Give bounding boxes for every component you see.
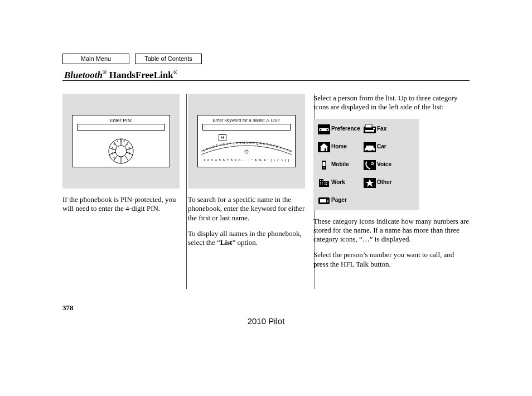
svg-text:8: 8 <box>129 147 130 150</box>
main-menu-button[interactable]: Main Menu <box>62 54 129 64</box>
svg-point-68 <box>323 167 325 168</box>
svg-text:S: S <box>263 142 265 146</box>
svg-text:I: I <box>230 142 230 145</box>
svg-rect-56 <box>365 130 374 132</box>
svg-line-6 <box>125 156 128 161</box>
svg-rect-87 <box>327 201 328 202</box>
home-icon <box>318 142 330 152</box>
search-input[interactable]: - <box>202 124 291 131</box>
car-icon <box>364 142 376 152</box>
svg-text:B: B <box>206 147 208 151</box>
svg-text:F: F <box>219 143 221 147</box>
svg-text:M: M <box>243 141 245 144</box>
pin-input[interactable]: - <box>77 124 165 131</box>
categories-note-2: Select the person’s number you want to c… <box>313 250 470 269</box>
svg-text:4: 4 <box>117 139 119 143</box>
mobile-icon <box>318 160 330 170</box>
svg-text:E: E <box>216 144 218 147</box>
svg-text:9: 9 <box>129 152 130 155</box>
svg-text:A: A <box>202 149 205 152</box>
top-nav: Main Menu Table of Contents <box>62 54 202 64</box>
svg-rect-76 <box>320 183 321 185</box>
svg-text:7: 7 <box>127 142 129 146</box>
pin-dial-icon: 4 5 6 7 8 9 3 2 1 0 <box>72 136 170 165</box>
list-option-bold: List <box>220 238 233 247</box>
keyboard-arc-icon: ABC DEF GHI JKL MNO PQR STU VWX YZ↩ <box>200 138 293 156</box>
svg-rect-77 <box>322 183 323 185</box>
svg-text:J: J <box>233 142 235 145</box>
category-label: Other <box>377 179 405 186</box>
text: is displayed. <box>373 235 411 243</box>
search-screen: Enter keyword for a name: △ LIST - H ABC… <box>197 115 296 167</box>
title-underline <box>62 80 470 81</box>
work-icon <box>318 178 330 188</box>
search-caption-1: To search for a specific name in the pho… <box>188 195 305 223</box>
svg-text:G: G <box>223 143 225 146</box>
svg-text:0: 0 <box>114 156 115 160</box>
category-label: Preference <box>331 125 364 133</box>
title-bluetooth: Bluetooth <box>64 70 103 80</box>
categories-intro: Select a person from the list. Up to thr… <box>313 94 470 112</box>
svg-text:Z: Z <box>286 148 288 152</box>
page-title: Bluetooth® HandsFreeLink® <box>64 69 177 81</box>
column-pin: Enter PIN: - <box>62 94 180 276</box>
svg-text:N: N <box>246 141 248 144</box>
categories-note-1: These category icons indicate how many n… <box>313 217 470 244</box>
category-label: Work <box>331 179 364 186</box>
svg-rect-70 <box>319 179 323 187</box>
svg-rect-79 <box>326 182 327 183</box>
svg-point-49 <box>245 150 248 153</box>
category-label: Home <box>331 143 364 151</box>
page-number: 378 <box>62 303 74 312</box>
registered-mark: ® <box>173 69 177 75</box>
svg-rect-74 <box>320 182 321 183</box>
title-hfl: HandsFreeLink <box>107 70 173 80</box>
category-label: Pager <box>331 197 364 204</box>
svg-rect-73 <box>322 180 323 181</box>
svg-rect-55 <box>365 124 372 128</box>
svg-rect-72 <box>320 180 321 181</box>
screen-search-pane: Enter keyword for a name: △ LIST - H ABC… <box>188 94 305 189</box>
svg-text:2: 2 <box>112 147 114 150</box>
svg-point-65 <box>372 149 374 151</box>
svg-point-53 <box>327 129 328 131</box>
svg-text:W: W <box>276 145 279 148</box>
svg-text:6: 6 <box>124 139 125 143</box>
svg-text:Y: Y <box>283 147 285 151</box>
content-columns: Enter PIN: - <box>62 94 470 276</box>
svg-rect-57 <box>373 128 375 129</box>
svg-rect-60 <box>321 147 327 151</box>
svg-rect-67 <box>323 162 326 166</box>
svg-rect-75 <box>322 182 323 183</box>
svg-text:5: 5 <box>120 139 122 142</box>
preference-icon <box>318 124 330 134</box>
pager-icon <box>318 196 330 206</box>
svg-text:H: H <box>226 142 228 146</box>
svg-text:R: R <box>259 142 262 145</box>
screen-pin-pane: Enter PIN: - <box>62 94 180 189</box>
svg-point-64 <box>366 149 368 151</box>
svg-rect-80 <box>325 184 326 185</box>
svg-text:3: 3 <box>114 142 115 146</box>
keyboard-numrow: 1 2 3 4 5 6 7 8 9 0 - . ! " $ % & ' ( ) … <box>198 158 295 163</box>
toc-button[interactable]: Table of Contents <box>135 54 202 64</box>
column-search: Enter keyword for a name: △ LIST - H ABC… <box>188 94 305 276</box>
svg-rect-85 <box>320 199 326 202</box>
other-icon <box>364 178 376 188</box>
svg-text:Q: Q <box>256 142 258 145</box>
svg-text:U: U <box>269 143 272 147</box>
search-label: Enter keyword for a name: △ LIST <box>198 118 295 123</box>
svg-text:O: O <box>249 141 252 144</box>
svg-text:V: V <box>273 144 275 147</box>
svg-text:D: D <box>212 145 215 148</box>
column-separator <box>186 94 187 289</box>
model-year: 2010 Pilot <box>0 316 532 326</box>
pin-screen: Enter PIN: - <box>72 115 170 167</box>
category-label: Car <box>377 143 405 151</box>
svg-point-1 <box>115 146 127 157</box>
svg-rect-86 <box>327 200 328 201</box>
svg-rect-78 <box>325 182 326 183</box>
svg-text:X: X <box>279 146 282 149</box>
svg-text:1: 1 <box>112 152 114 155</box>
svg-text:C: C <box>209 146 211 149</box>
